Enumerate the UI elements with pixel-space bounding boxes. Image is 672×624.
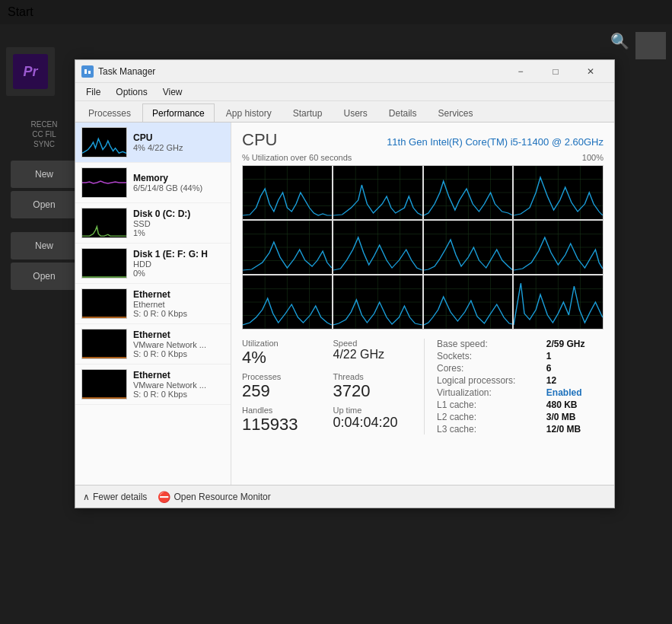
cpu-title: CPU	[242, 130, 277, 150]
processes-stat: Processes 259	[242, 372, 318, 401]
sidebar-item-eth2[interactable]: Ethernet VMware Network ... S: 0 R: 0 Kb…	[75, 324, 231, 365]
eth2-pct: S: 0 R: 0 Kbps	[133, 349, 225, 358]
cpu-sub: 4% 4/22 GHz	[133, 143, 225, 152]
left-panel: CPU 4% 4/22 GHz Memory 6/5/14/8 GB (44%)	[75, 123, 231, 485]
tab-startup[interactable]: Startup	[283, 103, 333, 122]
cpu-chart-7	[424, 221, 513, 274]
base-speed-value: 2/59 GHz	[546, 339, 604, 349]
eth3-info: Ethernet VMware Network ... S: 0 R: 0 Kb…	[133, 370, 225, 399]
menu-file[interactable]: File	[78, 85, 108, 99]
memory-mini-chart	[81, 167, 127, 198]
task-manager-window: Task Manager − □ ✕ File Options View Pro…	[75, 59, 615, 508]
premiere-sidebar: Pr RECEN CC FIL SYNC New Open New Open	[0, 24, 76, 624]
sidebar-item-eth1[interactable]: Ethernet Ethernet S: 0 R: 0 Kbps	[75, 284, 231, 324]
new-button-2[interactable]: New	[11, 232, 78, 259]
threads-stat: Threads 3720	[333, 372, 409, 401]
l3-value: 12/0 MB	[546, 424, 604, 435]
tab-users[interactable]: Users	[333, 103, 377, 122]
tabs-bar: Processes Performance App history Startu…	[75, 101, 614, 123]
right-panel: CPU 11th Gen Intel(R) Core(TM) i5-11400 …	[231, 123, 614, 485]
sidebar-item-memory[interactable]: Memory 6/5/14/8 GB (44%)	[75, 163, 231, 203]
memory-sub: 6/5/14/8 GB (44%)	[133, 183, 225, 193]
cpu-info: CPU 4% 4/22 GHz	[133, 132, 225, 152]
disk1-name: Disk 1 (E: F: G: H	[133, 249, 225, 259]
disk0-pct: 1%	[133, 228, 225, 237]
stats-left: Utilization 4% Speed 4/22 GHz Processes …	[242, 339, 409, 435]
cpu-mini-chart	[81, 127, 127, 158]
sidebar-item-disk1[interactable]: Disk 1 (E: F: G: H HDD 0%	[75, 244, 231, 284]
eth2-sub: VMware Network ...	[133, 340, 225, 349]
cpu-chart-3	[424, 166, 513, 219]
taskbar-start[interactable]: Start	[8, 5, 33, 19]
premiere-pr-icon: Pr	[13, 54, 48, 89]
disk0-info: Disk 0 (C: D:) SSD 1%	[133, 209, 225, 237]
disk0-sub: SSD	[133, 219, 225, 228]
tab-services[interactable]: Services	[428, 103, 483, 122]
eth1-sub: Ethernet	[133, 300, 225, 309]
cpu-charts-grid	[242, 165, 604, 330]
disk0-mini-chart	[81, 208, 127, 238]
cpu-chart-2	[333, 166, 422, 219]
fewer-details-button[interactable]: ∧ Fewer details	[83, 492, 147, 502]
premiere-icon-area: Pr	[6, 47, 55, 96]
cpu-model: 11th Gen Intel(R) Core(TM) i5-11400 @ 2.…	[387, 136, 604, 148]
disk1-pct: 0%	[133, 269, 225, 278]
virt-value: Enabled	[546, 387, 604, 398]
cpu-chart-12	[514, 275, 603, 329]
cpu-chart-1	[243, 166, 332, 219]
eth2-mini-chart	[81, 329, 127, 359]
sockets-label: Sockets:	[437, 351, 534, 361]
footer: ∧ Fewer details ⛔ Open Resource Monitor	[75, 485, 614, 508]
utilization-stat: Utilization 4%	[242, 339, 318, 368]
info-table: Base speed: 2/59 GHz Sockets: 1 Cores: 6…	[437, 339, 604, 435]
eth2-name: Ethernet	[133, 330, 225, 340]
menu-options[interactable]: Options	[108, 85, 154, 99]
new-button-1[interactable]: New	[11, 161, 78, 188]
sidebar-item-disk0[interactable]: Disk 0 (C: D:) SSD 1%	[75, 203, 231, 244]
close-button[interactable]: ✕	[573, 60, 608, 83]
disk0-name: Disk 0 (C: D:)	[133, 209, 225, 219]
info-area: Base speed: 2/59 GHz Sockets: 1 Cores: 6…	[424, 339, 604, 435]
taskbar: Start	[0, 0, 672, 24]
tab-performance[interactable]: Performance	[142, 103, 215, 122]
cpu-chart-10	[333, 275, 422, 329]
sidebar-item-cpu[interactable]: CPU 4% 4/22 GHz	[75, 123, 231, 163]
handles-stat: Handles 115933	[242, 406, 318, 435]
disk1-mini-chart	[81, 248, 127, 279]
cpu-header: CPU 11th Gen Intel(R) Core(TM) i5-11400 …	[242, 130, 604, 150]
search-icon[interactable]: 🔍	[610, 32, 629, 50]
minimize-button[interactable]: −	[503, 60, 538, 83]
top-right-button[interactable]	[635, 32, 666, 59]
logical-value: 12	[546, 375, 604, 386]
stats-area: Utilization 4% Speed 4/22 GHz Processes …	[242, 339, 604, 435]
sidebar-item-eth3[interactable]: Ethernet VMware Network ... S: 0 R: 0 Kb…	[75, 365, 231, 405]
maximize-button[interactable]: □	[538, 60, 573, 83]
main-content: CPU 4% 4/22 GHz Memory 6/5/14/8 GB (44%)	[75, 123, 614, 485]
l1-value: 480 KB	[546, 400, 604, 410]
memory-name: Memory	[133, 173, 225, 183]
l2-label: L2 cache:	[437, 412, 534, 422]
cpu-chart-6	[333, 221, 422, 274]
base-speed-label: Base speed:	[437, 339, 534, 349]
task-manager-icon	[81, 65, 94, 78]
open-button-2[interactable]: Open	[11, 263, 78, 290]
sync-label: SYNC	[11, 140, 78, 148]
open-resource-monitor-button[interactable]: ⛔ Open Resource Monitor	[158, 491, 270, 503]
svg-rect-2	[88, 71, 91, 74]
cpu-chart-11	[424, 275, 513, 329]
l3-label: L3 cache:	[437, 424, 534, 435]
recent-label: RECEN	[11, 120, 78, 129]
tab-processes[interactable]: Processes	[78, 103, 141, 122]
chevron-up-icon: ∧	[83, 492, 90, 502]
menu-view[interactable]: View	[155, 85, 190, 99]
tab-app-history[interactable]: App history	[216, 103, 282, 122]
eth1-mini-chart	[81, 288, 127, 319]
cores-value: 6	[546, 363, 604, 374]
window-controls: − □ ✕	[503, 60, 608, 83]
tab-details[interactable]: Details	[379, 103, 427, 122]
open-button-1[interactable]: Open	[11, 191, 78, 218]
speed-stat: Speed 4/22 GHz	[333, 339, 409, 368]
eth3-name: Ethernet	[133, 370, 225, 380]
util-label: % Utilization over 60 seconds 100%	[242, 153, 604, 162]
logical-label: Logical processors:	[437, 375, 534, 386]
